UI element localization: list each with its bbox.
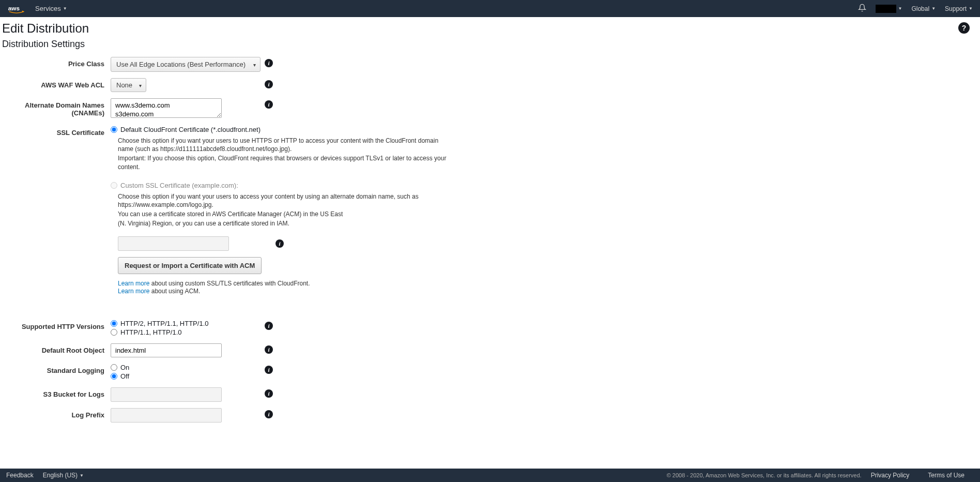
support-menu[interactable]: Support ▼	[945, 5, 973, 12]
info-icon[interactable]: i	[275, 239, 284, 248]
logging-off-radio[interactable]	[111, 373, 117, 380]
ssl-default-desc2: Important: If you choose this option, Cl…	[118, 154, 449, 171]
support-label: Support	[945, 5, 967, 12]
http-versions-label: Supported HTTP Versions	[2, 320, 111, 330]
info-icon[interactable]: i	[265, 59, 273, 67]
http1-radio[interactable]	[111, 329, 117, 336]
s3-bucket-input	[111, 387, 222, 402]
region-label: Global	[911, 5, 929, 12]
svg-text:aws: aws	[8, 4, 20, 11]
logging-on-radio[interactable]	[111, 364, 117, 371]
ssl-default-label[interactable]: Default CloudFront Certificate (*.cloudf…	[120, 126, 261, 133]
learn-more-acm-link[interactable]: Learn more	[118, 288, 149, 295]
root-object-label: Default Root Object	[2, 343, 111, 354]
info-icon[interactable]: i	[265, 80, 273, 88]
account-menu[interactable]: ▼	[876, 5, 902, 13]
price-class-select[interactable]: Use All Edge Locations (Best Performance…	[111, 57, 261, 72]
top-nav: aws Services ▼ ▼ Global ▼ Support ▼	[0, 0, 980, 17]
http1-label[interactable]: HTTP/1.1, HTTP/1.0	[120, 328, 181, 336]
logging-label: Standard Logging	[2, 364, 111, 374]
chevron-down-icon: ▾	[139, 82, 142, 88]
log-prefix-label: Log Prefix	[2, 408, 111, 419]
logging-on-label[interactable]: On	[120, 364, 129, 371]
s3-bucket-label: S3 Bucket for Logs	[2, 387, 111, 398]
info-icon[interactable]: i	[265, 100, 273, 109]
ssl-default-desc1: Choose this option if you want your user…	[118, 137, 449, 153]
logging-off-label[interactable]: Off	[120, 372, 129, 380]
ssl-custom-cert-input	[118, 236, 229, 251]
info-icon[interactable]: i	[265, 389, 273, 398]
caret-down-icon: ▼	[898, 6, 902, 11]
http2-label[interactable]: HTTP/2, HTTP/1.1, HTTP/1.0	[120, 320, 208, 327]
learn-more-acm-text: about using ACM.	[149, 288, 200, 295]
cnames-textarea[interactable]	[111, 98, 222, 118]
waf-label: AWS WAF Web ACL	[2, 78, 111, 89]
ssl-custom-label: Custom SSL Certificate (example.com):	[120, 182, 238, 189]
info-icon[interactable]: i	[265, 366, 273, 374]
section-title: Distribution Settings	[2, 39, 970, 50]
info-icon[interactable]: i	[265, 345, 273, 354]
price-class-label: Price Class	[2, 57, 111, 68]
learn-more-ssl-link[interactable]: Learn more	[118, 280, 149, 287]
waf-value: None	[116, 81, 132, 89]
account-name	[876, 5, 896, 13]
request-cert-button[interactable]: Request or Import a Certificate with ACM	[118, 257, 262, 274]
root-object-input[interactable]	[111, 343, 222, 357]
ssl-custom-radio	[111, 182, 117, 189]
help-icon[interactable]: ?	[958, 22, 970, 34]
http2-radio[interactable]	[111, 320, 117, 327]
caret-down-icon: ▼	[969, 6, 973, 11]
ssl-custom-desc2: You can use a certificate stored in AWS …	[118, 210, 449, 218]
aws-logo[interactable]: aws	[7, 4, 26, 13]
region-menu[interactable]: Global ▼	[911, 5, 936, 12]
price-class-value: Use All Edge Locations (Best Performance…	[116, 61, 246, 68]
log-prefix-input	[111, 408, 222, 423]
learn-more-ssl-text: about using custom SSL/TLS certificates …	[149, 280, 310, 287]
main-content: ? Edit Distribution Distribution Setting…	[0, 17, 980, 459]
cnames-label-line2: (CNAMEs)	[71, 109, 104, 117]
ssl-custom-desc1: Choose this option if you want your user…	[118, 192, 449, 209]
cnames-label: Alternate Domain Names (CNAMEs)	[2, 98, 111, 117]
services-menu[interactable]: Services ▼	[35, 5, 67, 12]
ssl-default-radio[interactable]	[111, 126, 117, 133]
page-title: Edit Distribution	[2, 21, 970, 36]
services-label: Services	[35, 5, 61, 12]
caret-down-icon: ▼	[63, 6, 67, 11]
info-icon[interactable]: i	[265, 410, 273, 418]
info-icon[interactable]: i	[265, 322, 273, 330]
notifications-icon[interactable]	[858, 4, 866, 13]
caret-down-icon: ▼	[931, 6, 936, 11]
chevron-down-icon: ▾	[253, 62, 256, 67]
cnames-label-line1: Alternate Domain Names	[25, 101, 104, 109]
ssl-label: SSL Certificate	[2, 126, 111, 137]
ssl-custom-desc3: (N. Virginia) Region, or you can use a c…	[118, 219, 449, 228]
waf-select[interactable]: None ▾	[111, 78, 146, 92]
